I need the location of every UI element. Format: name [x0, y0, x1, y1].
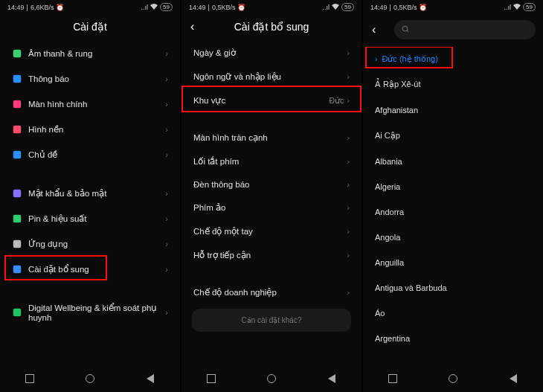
row-icon: [12, 150, 28, 160]
settings-row[interactable]: Màn hình chính ›: [0, 91, 180, 117]
header: ‹ Cài đặt bổ sung: [181, 13, 362, 41]
settings-row[interactable]: Cài đặt bổ sung ›: [0, 257, 180, 282]
settings-row[interactable]: Hỗ trợ tiếp cận ›: [181, 243, 362, 267]
back-button[interactable]: ‹: [190, 20, 194, 33]
chevron-right-icon: ›: [165, 189, 168, 198]
chevron-right-icon: ›: [165, 125, 168, 134]
region-label: Áo: [375, 309, 531, 318]
bottom-card[interactable]: Cần cài đặt khác?: [192, 309, 351, 332]
nav-back[interactable]: [139, 373, 161, 386]
settings-row[interactable]: Lối tắt phím ›: [181, 150, 362, 173]
system-region-row[interactable]: › Đức (hệ thống): [363, 47, 543, 71]
row-label: Mật khẩu & bảo mật: [28, 188, 165, 199]
settings-row[interactable]: Mật khẩu & bảo mật ›: [0, 181, 180, 206]
region-label: Angola: [375, 233, 531, 242]
nav-back[interactable]: [502, 373, 524, 386]
region-label: Antigua và Barbuda: [375, 283, 531, 292]
chevron-right-icon: ›: [347, 227, 350, 236]
region-row[interactable]: Afghanistan: [363, 97, 543, 123]
svg-rect-9: [13, 309, 22, 317]
region-row[interactable]: Argentina: [363, 326, 543, 351]
row-label: Chế độ doanh nghiệp: [193, 287, 347, 298]
settings-row[interactable]: Ngày & giờ ›: [181, 41, 362, 65]
region-row[interactable]: Angola: [363, 225, 543, 250]
nav-recent[interactable]: [200, 373, 222, 386]
nav-home[interactable]: [79, 373, 101, 386]
wifi-icon: [332, 4, 339, 11]
additional-settings-list: Ngày & giờ › Ngôn ngữ và nhập liệu › Khu…: [181, 41, 362, 367]
settings-row[interactable]: Âm thanh & rung ›: [0, 41, 180, 66]
settings-row[interactable]: Pin & hiệu suất ›: [0, 206, 180, 231]
row-icon: [12, 188, 28, 199]
settings-row[interactable]: Chủ đề ›: [0, 142, 180, 167]
svg-rect-0: [13, 50, 22, 58]
chevron-right-icon: ›: [347, 251, 350, 260]
screen-additional-settings: 14:49 | 0,5KB/s ⏰ ..ıl 59 ‹ Cài đặt bổ s…: [181, 0, 362, 392]
signal-icon: ..ıl: [323, 4, 330, 11]
three-screens-container: 14:49 | 6,6KB/s ⏰ ..ıl 59 Cài đặt Âm tha…: [0, 0, 543, 392]
nav-back[interactable]: [321, 373, 343, 386]
back-button[interactable]: ‹: [372, 23, 376, 36]
battery-icon: 59: [523, 3, 536, 11]
row-label: Màn hình chính: [28, 100, 165, 109]
settings-row[interactable]: Đèn thông báo ›: [181, 173, 362, 196]
row-label: Chế độ một tay: [193, 226, 347, 237]
svg-rect-1: [13, 75, 22, 83]
region-label: Argentina: [375, 334, 531, 343]
row-label: Thông báo: [28, 74, 165, 83]
settings-row[interactable]: Hình nền ›: [0, 117, 180, 142]
settings-row[interactable]: Chế độ một tay ›: [181, 219, 362, 243]
nav-recent[interactable]: [19, 373, 41, 386]
settings-row[interactable]: Phím ảo ›: [181, 196, 362, 219]
row-label: Phím ảo: [193, 202, 347, 213]
row-value: Đức: [329, 96, 344, 105]
settings-row[interactable]: Khu vực Đức ›: [181, 89, 362, 112]
status-time: 14:49: [7, 4, 25, 11]
row-label: Hỗ trợ tiếp cận: [193, 250, 347, 260]
chevron-right-icon: ›: [165, 49, 168, 58]
region-label: Albania: [375, 157, 531, 166]
battery-icon: 59: [160, 3, 173, 11]
region-row[interactable]: Ai Cập: [363, 123, 543, 149]
settings-row[interactable]: Thông báo ›: [0, 66, 180, 91]
chevron-right-icon: ›: [165, 74, 168, 83]
row-label: Pin & hiệu suất: [28, 213, 165, 224]
chevron-right-icon: ›: [165, 308, 168, 317]
row-label: Ngày & giờ: [193, 48, 347, 58]
region-row[interactable]: Albania: [363, 149, 543, 174]
settings-row[interactable]: Chế độ doanh nghiệp ›: [181, 280, 362, 304]
status-bar: 14:49 | 0,5KB/s ⏰ ..ıl 59: [363, 0, 543, 13]
settings-row[interactable]: Digital Wellbeing & kiểm soát phụ huynh …: [0, 295, 180, 330]
nav-home[interactable]: [260, 373, 283, 386]
svg-rect-4: [13, 151, 22, 159]
region-label: Algeria: [375, 182, 531, 191]
row-icon: [12, 99, 28, 109]
wifi-icon: [150, 4, 158, 11]
settings-row[interactable]: Màn hình tràn cạnh ›: [181, 126, 362, 150]
chevron-right-icon: ›: [165, 240, 168, 248]
settings-row[interactable]: Ứng dụng ›: [0, 231, 180, 257]
row-icon: [12, 124, 28, 135]
region-row[interactable]: Andorra: [363, 199, 543, 225]
search-input[interactable]: [394, 20, 536, 39]
chevron-right-icon: ›: [347, 96, 350, 105]
nav-recent[interactable]: [382, 373, 404, 386]
svg-rect-2: [13, 100, 22, 109]
row-label: Màn hình tràn cạnh: [193, 132, 347, 143]
region-row[interactable]: Ả Rập Xê-út: [363, 71, 543, 97]
row-label: Digital Wellbeing & kiểm soát phụ huynh: [28, 303, 165, 322]
status-time: 14:49: [370, 4, 388, 11]
region-row[interactable]: Áo: [363, 301, 543, 326]
nav-bar: [181, 367, 362, 392]
region-row[interactable]: Algeria: [363, 174, 543, 199]
nav-home[interactable]: [442, 373, 464, 386]
chevron-right-icon: ›: [375, 55, 377, 63]
region-row[interactable]: Anguilla: [363, 250, 543, 275]
region-list: › Đức (hệ thống) Ả Rập Xê-útAfghanistanA…: [363, 47, 543, 367]
row-label: Chủ đề: [28, 150, 165, 160]
row-label: Âm thanh & rung: [28, 49, 165, 58]
status-net: 0,5KB/s: [393, 4, 417, 11]
row-icon: [12, 264, 28, 274]
region-row[interactable]: Antigua và Barbuda: [363, 275, 543, 301]
settings-row[interactable]: Ngôn ngữ và nhập liệu ›: [181, 65, 362, 89]
